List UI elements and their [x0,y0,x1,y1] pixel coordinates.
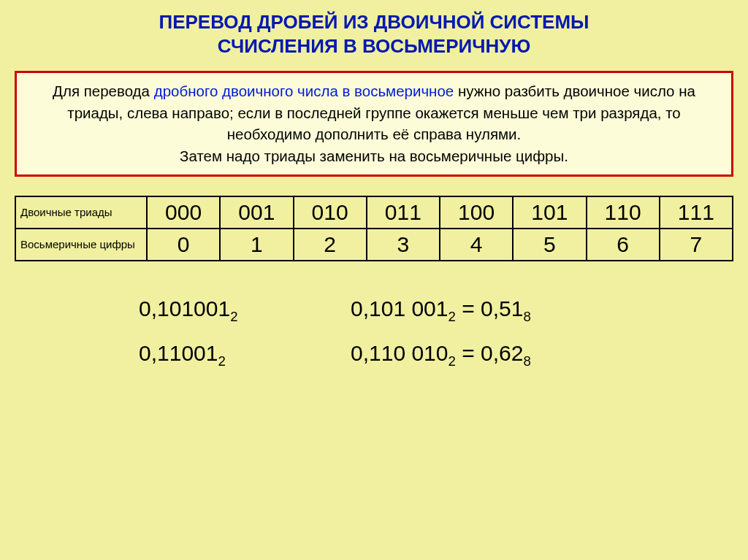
num: 0,51 [481,296,523,321]
eq: = [456,341,481,365]
num: 0,110 010 [351,341,448,365]
table-row: Восьмеричные цифры 0 1 2 3 4 5 6 7 [15,229,733,261]
rule-highlight: дробного двоичного числа в восьмеричное [154,83,454,99]
triads-table: Двоичные триады 000 001 010 011 100 101 … [15,196,733,261]
digit-cell: 5 [513,229,586,261]
slide-title: ПЕРЕВОД ДРОБЕЙ ИЗ ДВОИЧНОЙ СИСТЕМЫ СЧИСЛ… [0,0,748,71]
example-input: 0,1010012 [139,286,351,331]
triad-cell: 100 [440,196,513,229]
base-sub: 2 [230,309,237,324]
num: 0,62 [481,341,523,365]
row-label-triads: Двоичные триады [15,196,147,229]
rule-box: Для перевода дробного двоичного числа в … [15,71,733,177]
digit-cell: 0 [147,229,220,261]
row-label-digits: Восьмеричные цифры [15,229,147,261]
triad-cell: 010 [294,196,367,229]
rule-post2: Затем надо триады заменить на восьмеричн… [180,147,568,164]
rule-pre: Для перевода [53,83,154,99]
triad-cell: 011 [367,196,440,229]
example-result: 0,110 0102 = 0,628 [351,331,531,376]
table-row: Двоичные триады 000 001 010 011 100 101 … [15,196,733,229]
base-sub: 8 [523,309,530,324]
triad-cell: 000 [147,196,220,229]
num: 0,11001 [139,341,218,365]
base-sub: 8 [523,353,530,369]
digit-cell: 1 [220,229,293,261]
digit-cell: 2 [294,229,367,261]
eq: = [456,296,481,321]
example-input: 0,110012 [139,331,351,376]
example-result: 0,101 0012 = 0,518 [351,286,531,331]
example-row: 0,110012 0,110 0102 = 0,628 [139,331,733,376]
triad-cell: 001 [220,196,293,229]
triad-cell: 111 [660,196,733,229]
title-line-2: СЧИСЛЕНИЯ В ВОСЬМЕРИЧНУЮ [218,35,530,57]
digit-cell: 3 [367,229,440,261]
digit-cell: 7 [660,229,733,261]
example-row: 0,1010012 0,101 0012 = 0,518 [139,286,733,331]
examples-block: 0,1010012 0,101 0012 = 0,518 0,110012 0,… [0,286,748,376]
triad-cell: 101 [513,196,586,229]
num: 0,101 001 [351,296,448,321]
base-sub: 2 [448,353,455,369]
digit-cell: 4 [440,229,513,261]
triad-cell: 110 [587,196,660,229]
title-line-1: ПЕРЕВОД ДРОБЕЙ ИЗ ДВОИЧНОЙ СИСТЕМЫ [159,11,589,33]
base-sub: 2 [218,353,225,369]
digit-cell: 6 [587,229,660,261]
num: 0,101001 [139,296,230,321]
base-sub: 2 [448,309,455,324]
